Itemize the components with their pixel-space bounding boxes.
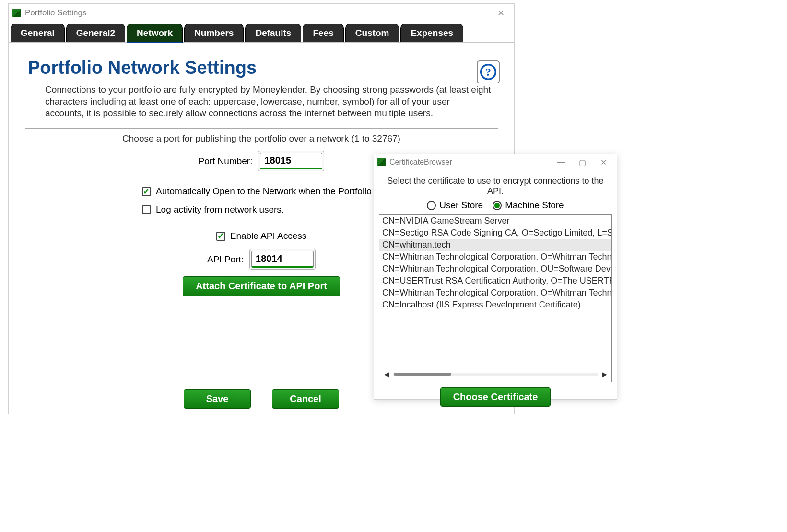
- list-item[interactable]: CN=localhost (IIS Express Development Ce…: [379, 299, 611, 311]
- store-radio-row: User Store Machine Store: [379, 200, 612, 211]
- port-number-input-wrap: [258, 151, 324, 171]
- tab-bar: General General2 Network Numbers Default…: [9, 22, 514, 43]
- list-item[interactable]: CN=Whitman Technological Corporation, O=…: [379, 287, 611, 299]
- scroll-right-icon[interactable]: ▶: [600, 370, 609, 378]
- tab-defaults[interactable]: Defaults: [245, 24, 301, 42]
- close-icon[interactable]: ✕: [491, 6, 510, 20]
- scroll-thumb[interactable]: [394, 373, 451, 376]
- horizontal-scrollbar[interactable]: ◀ ▶: [382, 369, 609, 379]
- tab-general2[interactable]: General2: [66, 24, 125, 42]
- close-icon[interactable]: ✕: [593, 155, 614, 169]
- window-buttons: — ▢ ✕: [551, 155, 614, 169]
- cert-instruction: Select the certificate to use to encrypt…: [381, 176, 610, 196]
- enable-api-checkbox[interactable]: [216, 232, 225, 241]
- api-port-label: API Port:: [207, 254, 244, 265]
- choose-certificate-button[interactable]: Choose Certificate: [440, 387, 551, 407]
- cancel-button[interactable]: Cancel: [272, 389, 339, 409]
- tab-numbers[interactable]: Numbers: [184, 24, 244, 42]
- scroll-track[interactable]: [393, 373, 598, 376]
- radio-icon: [427, 201, 436, 210]
- divider: [25, 128, 498, 129]
- certificate-browser-window: CertificateBrowser — ▢ ✕ Select the cert…: [374, 154, 617, 400]
- window-title: Portfolio Settings: [25, 8, 87, 18]
- api-port-input[interactable]: [251, 251, 314, 268]
- tab-expenses[interactable]: Expenses: [400, 24, 463, 42]
- port-number-label: Port Number:: [199, 156, 253, 166]
- help-button[interactable]: ?: [477, 60, 500, 83]
- list-item[interactable]: CN=NVIDIA GameStream Server: [379, 215, 611, 227]
- certificate-listbox[interactable]: CN=NVIDIA GameStream Server CN=Sectigo R…: [379, 214, 612, 382]
- tab-custom[interactable]: Custom: [345, 24, 399, 42]
- description-text: Connections to your portfolio are fully …: [45, 84, 491, 119]
- port-instruction: Choose a port for publishing the portfol…: [22, 133, 501, 144]
- cert-body: Select the certificate to use to encrypt…: [374, 170, 617, 413]
- radio-icon: [493, 201, 502, 210]
- tab-general[interactable]: General: [11, 24, 65, 42]
- list-item[interactable]: CN=Whitman Technological Corporation, O=…: [379, 251, 611, 263]
- user-store-label: User Store: [439, 200, 483, 211]
- tab-fees[interactable]: Fees: [303, 24, 343, 42]
- tab-network[interactable]: Network: [127, 24, 183, 43]
- scroll-left-icon[interactable]: ◀: [382, 370, 391, 378]
- list-item[interactable]: CN=Whitman Technological Corporation, OU…: [379, 263, 611, 275]
- port-number-input[interactable]: [260, 153, 322, 169]
- help-icon: ?: [480, 63, 497, 81]
- maximize-icon[interactable]: ▢: [572, 155, 593, 169]
- save-button[interactable]: Save: [184, 389, 251, 409]
- minimize-icon[interactable]: —: [551, 155, 572, 169]
- log-activity-checkbox[interactable]: [142, 205, 151, 214]
- list-item[interactable]: CN=whitman.tech: [379, 239, 611, 251]
- svg-text:?: ?: [485, 66, 491, 78]
- list-item[interactable]: CN=USERTrust RSA Certification Authority…: [379, 275, 611, 287]
- app-icon: [12, 9, 21, 17]
- attach-certificate-button[interactable]: Attach Certificate to API Port: [183, 276, 340, 296]
- auto-open-label: Automatically Open to the Network when t…: [156, 186, 403, 197]
- cert-window-title: CertificateBrowser: [389, 158, 452, 166]
- titlebar: Portfolio Settings ✕: [9, 4, 514, 22]
- auto-open-checkbox[interactable]: [142, 187, 151, 196]
- machine-store-label: Machine Store: [505, 200, 564, 211]
- enable-api-label: Enable API Access: [230, 231, 307, 241]
- list-item[interactable]: CN=Sectigo RSA Code Signing CA, O=Sectig…: [379, 227, 611, 239]
- log-activity-label: Log activity from network users.: [156, 204, 284, 215]
- page-title: Portfolio Network Settings: [28, 58, 501, 78]
- cert-titlebar: CertificateBrowser — ▢ ✕: [374, 154, 617, 170]
- app-icon: [377, 158, 386, 166]
- user-store-radio[interactable]: User Store: [427, 200, 483, 211]
- machine-store-radio[interactable]: Machine Store: [493, 200, 564, 211]
- api-port-input-wrap: [249, 249, 316, 270]
